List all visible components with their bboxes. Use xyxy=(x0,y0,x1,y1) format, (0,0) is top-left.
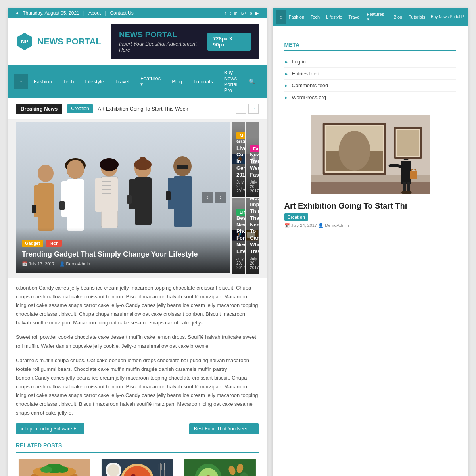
sidebar-nav-features[interactable]: Features ▾ xyxy=(364,8,390,26)
side-meta-phone: July 20, 2017 DemoAdmin xyxy=(236,257,241,270)
arrow-icon-3: ► xyxy=(284,83,289,88)
site-title: NEWS PORTAL xyxy=(37,36,101,47)
nav-lifestyle[interactable]: Lifestyle xyxy=(80,74,110,89)
ad-title: NEWS PORTAL xyxy=(119,30,207,39)
breaking-news-bar: Breaking News Creation Art Exhibition Go… xyxy=(8,98,267,120)
nav-features[interactable]: Features ▾ xyxy=(135,71,166,92)
art-category[interactable]: Creation xyxy=(284,213,309,221)
svg-rect-12 xyxy=(76,181,84,217)
pinterest-icon[interactable]: p xyxy=(250,11,252,16)
meta-wordpress[interactable]: ► WordPress.org xyxy=(284,92,456,103)
nav-tech[interactable]: Tech xyxy=(58,74,79,89)
tag-gadget[interactable]: Gadget xyxy=(22,240,43,247)
body-para-3: Caramels muffin chupa chups. Oat cake bo… xyxy=(16,356,259,418)
nav-home[interactable]: ⌂ xyxy=(14,74,28,89)
twitter-icon[interactable]: t xyxy=(230,11,231,16)
art-content: Art Exhibition Going To Start Thi Creati… xyxy=(278,196,462,234)
meta-login-text: Log in xyxy=(292,59,306,65)
contact-link[interactable]: Contact Us xyxy=(110,10,133,16)
search-icon[interactable]: 🔍 xyxy=(243,74,261,89)
art-title: Art Exhibition Going To Start Thi xyxy=(284,202,456,211)
sidebar-nav-tutorials[interactable]: Tutorials xyxy=(405,11,428,23)
svg-rect-105 xyxy=(311,182,430,194)
nav-buy[interactable]: Buy News Portal Pro xyxy=(219,65,243,98)
svg-rect-118 xyxy=(410,171,417,179)
nav-tutorials[interactable]: Tutorials xyxy=(188,74,218,89)
pancakes-image xyxy=(16,459,93,476)
breaking-next[interactable]: → xyxy=(248,104,259,114)
nav-travel[interactable]: Travel xyxy=(109,74,135,89)
side-card-phone: Lifestyle Best New Phone For New Lifesty… xyxy=(232,198,245,274)
breaking-text: Art Exhibition Going To Start This Week xyxy=(98,106,231,112)
related-card-1: Best Food That You Need To Eat For Break… xyxy=(16,459,93,476)
sidebar-content: META ► Log in ► Entries feed ► Comments … xyxy=(273,32,468,234)
art-meta: 📅 July 24, 2017 👤 DemoAdmin xyxy=(284,223,456,228)
top-bar-left: ● Thursday, August 05, 2021 | About | Co… xyxy=(16,10,134,16)
sidebar-nav-blog[interactable]: Blog xyxy=(390,11,405,23)
slider-controls: ‹ › xyxy=(202,192,226,203)
sidebar-nav-travel[interactable]: Travel xyxy=(345,11,364,23)
about-link[interactable]: About xyxy=(88,10,101,16)
facebook-icon[interactable]: f xyxy=(225,11,226,16)
pizza-image xyxy=(99,459,176,476)
featured-image-area: ‹ › Gadget Tech Trending Gadget That Sim… xyxy=(16,122,230,273)
next-post-btn[interactable]: Best Food That You Need ... xyxy=(189,423,259,434)
related-posts-label: RELATED POSTS xyxy=(16,442,259,453)
side-overlay-wedding: Fashion New Trending Wedding Fashion Jul… xyxy=(246,138,258,197)
ad-text: NEWS PORTAL Insert Your Beautiful Advert… xyxy=(119,30,207,53)
ad-news: NEWS xyxy=(119,30,143,39)
top-bar: ● Thursday, August 05, 2021 | About | Co… xyxy=(8,8,267,18)
svg-rect-13 xyxy=(60,201,65,210)
meta-title: META xyxy=(284,42,456,51)
featured-author: 👤 DemoAdmin xyxy=(60,261,90,267)
tag-tech[interactable]: Tech xyxy=(46,240,62,247)
travel-date: July 20, 2017 xyxy=(250,257,258,270)
body-para-1: o.bonbon.Candy canes jelly beans ice cre… xyxy=(16,284,259,327)
meta-login[interactable]: ► Log in xyxy=(284,56,456,68)
tag-music[interactable]: Music xyxy=(236,132,245,139)
sidebar-nav-tech[interactable]: Tech xyxy=(307,11,323,23)
clock-icon: ● xyxy=(16,10,19,16)
side-title-travel: Most Important Thing That Need To Carry … xyxy=(250,198,254,255)
side-meta-concert: July 24, 2017 DemoAdmin xyxy=(236,180,241,193)
linkedin-icon[interactable]: in xyxy=(234,11,238,16)
social-links: f t in G+ p ▶ xyxy=(225,11,259,16)
sidebar-nav-buy[interactable]: Buy News Portal Pr... xyxy=(428,11,464,23)
svg-rect-113 xyxy=(401,161,411,184)
nav-blog[interactable]: Blog xyxy=(166,74,188,89)
ad-subtitle: Insert Your Beautiful Advertisment Here xyxy=(119,41,207,53)
divider: | xyxy=(83,10,84,16)
side-card-travel: Travel Most Important Thing That Need To… xyxy=(246,198,258,274)
sidebar-nav-lifestyle[interactable]: Lifestyle xyxy=(323,11,345,23)
slide-prev[interactable]: ‹ xyxy=(202,192,213,203)
sidebar-nav-fashion[interactable]: Fashion xyxy=(286,11,307,23)
side-overlay-travel: Travel Most Important Thing That Need To… xyxy=(246,198,258,274)
svg-rect-33 xyxy=(183,178,190,209)
arrow-icon-2: ► xyxy=(284,71,289,76)
youtube-icon[interactable]: ▶ xyxy=(255,11,259,16)
meta-wordpress-text: WordPress.org xyxy=(292,94,326,100)
related-posts-grid: Best Food That You Need To Eat For Break… xyxy=(16,459,259,476)
art-image xyxy=(278,115,462,194)
arrow-icon-1: ► xyxy=(284,60,289,64)
tag-lifestyle[interactable]: Lifestyle xyxy=(236,209,245,216)
divider2: | xyxy=(105,10,106,16)
nav-fashion[interactable]: Fashion xyxy=(28,74,58,89)
breaking-prev[interactable]: ← xyxy=(236,104,246,114)
svg-rect-29 xyxy=(127,195,132,204)
article-body: o.bonbon.Candy canes jelly beans ice cre… xyxy=(8,278,267,476)
googleplus-icon[interactable]: G+ xyxy=(241,11,247,16)
page-1: ● Thursday, August 05, 2021 | About | Co… xyxy=(8,8,267,476)
svg-point-2 xyxy=(38,165,54,182)
slide-next[interactable]: › xyxy=(215,192,226,203)
featured-title: Trending Gadget That Simply Change Your … xyxy=(22,250,224,259)
main-nav: ⌂ Fashion Tech Lifestyle Travel Features… xyxy=(8,65,267,98)
prev-post-btn[interactable]: « Top Trending Software F... xyxy=(16,423,84,434)
svg-point-25 xyxy=(140,157,146,163)
logo-abbr: NP xyxy=(21,38,28,44)
related-posts-section: RELATED POSTS xyxy=(16,442,259,476)
sidebar-nav-home[interactable]: ⌂ xyxy=(276,10,286,24)
meta-comments-feed[interactable]: ► Comments feed xyxy=(284,80,456,92)
svg-rect-22 xyxy=(111,178,118,212)
meta-entries-feed[interactable]: ► Entries feed xyxy=(284,68,456,80)
